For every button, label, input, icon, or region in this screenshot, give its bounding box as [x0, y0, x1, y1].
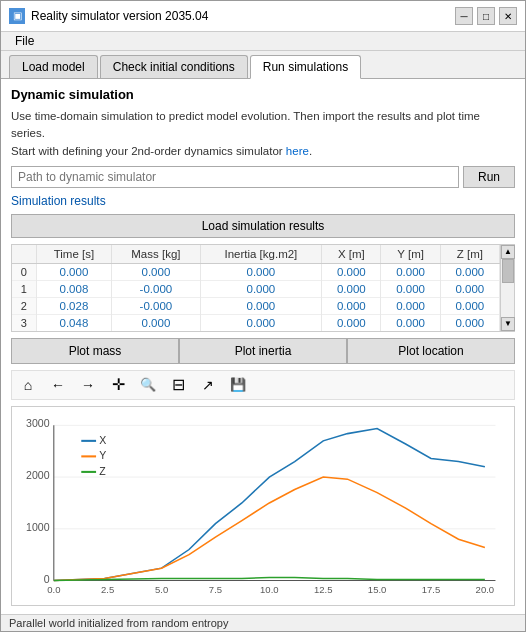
- chart-area: 3000 2000 1000 0 0.0 2.5 5.0 7.5 10.0 12…: [11, 406, 515, 606]
- cell-mass: -0.000: [112, 280, 200, 297]
- window-controls: ─ □ ✕: [455, 7, 517, 25]
- back-button[interactable]: ←: [46, 373, 70, 397]
- data-table: Time [s] Mass [kg] Inertia [kg.m2] X [m]…: [12, 245, 500, 331]
- maximize-button[interactable]: □: [477, 7, 495, 25]
- menu-file[interactable]: File: [9, 32, 40, 50]
- svg-text:20.0: 20.0: [476, 584, 495, 595]
- cell-x: 0.000: [322, 263, 381, 280]
- svg-text:3000: 3000: [26, 418, 50, 429]
- cell-y: 0.000: [381, 280, 440, 297]
- svg-text:1000: 1000: [26, 522, 50, 533]
- cell-z: 0.000: [440, 314, 499, 331]
- cell-idx: 3: [12, 314, 36, 331]
- forward-button[interactable]: →: [76, 373, 100, 397]
- description: Use time-domain simulation to predict mo…: [11, 108, 515, 160]
- load-sim-button[interactable]: Load simulation results: [11, 214, 515, 238]
- tab-run-simulations[interactable]: Run simulations: [250, 55, 361, 79]
- svg-text:12.5: 12.5: [314, 584, 333, 595]
- svg-text:0: 0: [44, 573, 50, 584]
- tab-check-initial[interactable]: Check initial conditions: [100, 55, 248, 78]
- cell-inertia: 0.000: [200, 297, 322, 314]
- col-header-z: Z [m]: [440, 245, 499, 264]
- tab-bar: Load model Check initial conditions Run …: [1, 51, 525, 79]
- dynamics-link[interactable]: here: [286, 145, 309, 157]
- cell-idx: 1: [12, 280, 36, 297]
- status-text: Parallel world initialized from random e…: [9, 617, 228, 629]
- zoom-button[interactable]: 🔍: [136, 373, 160, 397]
- table-row: 0 0.000 0.000 0.000 0.000 0.000 0.000: [12, 263, 500, 280]
- scroll-thumb[interactable]: [502, 259, 514, 283]
- scroll-track[interactable]: [501, 259, 514, 317]
- path-input[interactable]: [11, 166, 459, 188]
- scroll-down[interactable]: ▼: [501, 317, 515, 331]
- plot-location-button[interactable]: Plot location: [347, 338, 515, 364]
- main-window: ▣ Reality simulator version 2035.04 ─ □ …: [0, 0, 526, 632]
- save-button[interactable]: 💾: [226, 373, 250, 397]
- col-header-idx: [12, 245, 36, 264]
- chart-svg: 3000 2000 1000 0 0.0 2.5 5.0 7.5 10.0 12…: [20, 415, 506, 601]
- close-button[interactable]: ✕: [499, 7, 517, 25]
- cell-y: 0.000: [381, 263, 440, 280]
- svg-text:2000: 2000: [26, 470, 50, 481]
- menu-bar: File: [1, 32, 525, 51]
- chart-button[interactable]: ↗: [196, 373, 220, 397]
- chart-toolbar: ⌂ ← → ✛ 🔍 ⊟ ↗ 💾: [11, 370, 515, 400]
- svg-text:X: X: [99, 435, 106, 446]
- col-header-inertia: Inertia [kg.m2]: [200, 245, 322, 264]
- cell-time: 0.028: [36, 297, 112, 314]
- col-header-y: Y [m]: [381, 245, 440, 264]
- minimize-button[interactable]: ─: [455, 7, 473, 25]
- cell-inertia: 0.000: [200, 314, 322, 331]
- cell-y: 0.000: [381, 314, 440, 331]
- table-header-row: Time [s] Mass [kg] Inertia [kg.m2] X [m]…: [12, 245, 500, 264]
- run-button[interactable]: Run: [463, 166, 515, 188]
- cell-idx: 2: [12, 297, 36, 314]
- status-bar: Parallel world initialized from random e…: [1, 614, 525, 631]
- table-inner: Time [s] Mass [kg] Inertia [kg.m2] X [m]…: [12, 245, 500, 331]
- svg-text:10.0: 10.0: [260, 584, 279, 595]
- cell-z: 0.000: [440, 297, 499, 314]
- cell-x: 0.000: [322, 314, 381, 331]
- window-icon: ▣: [9, 8, 25, 24]
- tab-load-model[interactable]: Load model: [9, 55, 98, 78]
- svg-text:Y: Y: [99, 450, 106, 461]
- cell-idx: 0: [12, 263, 36, 280]
- home-button[interactable]: ⌂: [16, 373, 40, 397]
- col-header-time: Time [s]: [36, 245, 112, 264]
- path-input-row: Run: [11, 166, 515, 188]
- svg-text:7.5: 7.5: [209, 584, 222, 595]
- title-bar: ▣ Reality simulator version 2035.04 ─ □ …: [1, 1, 525, 32]
- cell-mass: -0.000: [112, 297, 200, 314]
- cell-x: 0.000: [322, 280, 381, 297]
- cell-z: 0.000: [440, 263, 499, 280]
- pan-button[interactable]: ✛: [106, 373, 130, 397]
- svg-text:0.0: 0.0: [47, 584, 60, 595]
- data-table-wrapper: Time [s] Mass [kg] Inertia [kg.m2] X [m]…: [11, 244, 515, 332]
- scroll-up[interactable]: ▲: [501, 245, 515, 259]
- cell-x: 0.000: [322, 297, 381, 314]
- cell-time: 0.000: [36, 263, 112, 280]
- table-row: 1 0.008 -0.000 0.000 0.000 0.000 0.000: [12, 280, 500, 297]
- cell-mass: 0.000: [112, 314, 200, 331]
- col-header-x: X [m]: [322, 245, 381, 264]
- svg-text:15.0: 15.0: [368, 584, 387, 595]
- svg-text:17.5: 17.5: [422, 584, 441, 595]
- x-line: [54, 428, 485, 580]
- svg-text:2.5: 2.5: [101, 584, 114, 595]
- svg-text:5.0: 5.0: [155, 584, 168, 595]
- cell-time: 0.008: [36, 280, 112, 297]
- table-scrollbar[interactable]: ▲ ▼: [500, 245, 514, 331]
- cell-inertia: 0.000: [200, 280, 322, 297]
- cell-inertia: 0.000: [200, 263, 322, 280]
- plot-inertia-button[interactable]: Plot inertia: [179, 338, 347, 364]
- plot-mass-button[interactable]: Plot mass: [11, 338, 179, 364]
- section-title: Dynamic simulation: [11, 87, 515, 102]
- cell-y: 0.000: [381, 297, 440, 314]
- svg-text:Z: Z: [99, 466, 106, 477]
- cell-time: 0.048: [36, 314, 112, 331]
- table-row: 3 0.048 0.000 0.000 0.000 0.000 0.000: [12, 314, 500, 331]
- table-row: 2 0.028 -0.000 0.000 0.000 0.000 0.000: [12, 297, 500, 314]
- settings-button[interactable]: ⊟: [166, 373, 190, 397]
- col-header-mass: Mass [kg]: [112, 245, 200, 264]
- main-content: Dynamic simulation Use time-domain simul…: [1, 79, 525, 614]
